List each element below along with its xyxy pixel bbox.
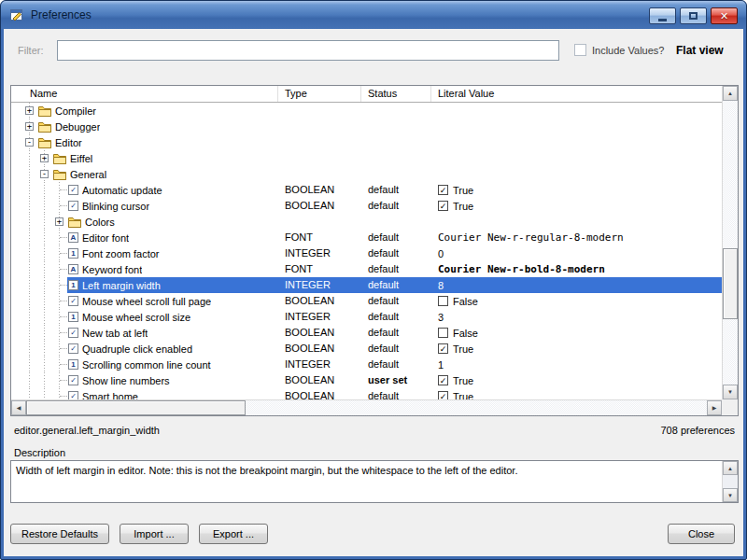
type-cell bbox=[278, 214, 361, 230]
type-cell bbox=[278, 103, 361, 119]
value-text: True bbox=[453, 201, 473, 212]
value-cell: False bbox=[431, 293, 722, 309]
value-checkbox-checked[interactable]: ✓ bbox=[438, 201, 448, 211]
collapse-icon[interactable]: - bbox=[25, 138, 34, 147]
table-row[interactable]: ✓New tab at leftBOOLEANdefaultFalse bbox=[11, 325, 722, 341]
status-cell: default bbox=[361, 198, 431, 214]
status-cell: default bbox=[361, 182, 431, 198]
tree-connector bbox=[52, 182, 67, 198]
integer-pref-icon: 1 bbox=[68, 248, 78, 259]
table-row[interactable]: 1Scrolling common line countINTEGERdefau… bbox=[11, 357, 722, 372]
horizontal-scrollbar-thumb[interactable] bbox=[26, 400, 246, 415]
value-cell: ✓True bbox=[431, 388, 722, 399]
value-checkbox-unchecked[interactable] bbox=[438, 296, 448, 306]
vertical-scrollbar-track[interactable] bbox=[723, 101, 738, 385]
tree-connector: + bbox=[52, 214, 67, 230]
titlebar[interactable]: Preferences ✕ bbox=[1, 1, 746, 29]
type-cell: INTEGER bbox=[278, 357, 361, 372]
value-text: True bbox=[453, 185, 473, 196]
close-dialog-button[interactable]: Close bbox=[668, 524, 735, 544]
column-header-name[interactable]: Name bbox=[11, 86, 278, 102]
horizontal-scrollbar[interactable]: ◀ ▶ bbox=[11, 399, 722, 415]
folder-icon bbox=[38, 137, 51, 148]
name-cell: +Eiffel bbox=[11, 150, 278, 166]
name-cell: AKeyword font bbox=[11, 261, 278, 277]
table-row[interactable]: ✓Automatic updateBOOLEANdefault✓True bbox=[11, 182, 722, 198]
vertical-scrollbar-thumb[interactable] bbox=[723, 248, 738, 319]
row-label: Debugger bbox=[55, 121, 100, 133]
row-content: General bbox=[52, 166, 278, 182]
table-row[interactable]: +Compiler bbox=[11, 103, 722, 119]
status-cell: default bbox=[361, 293, 431, 309]
description-scroll-down-button[interactable]: ▼ bbox=[723, 488, 738, 502]
status-cell: default bbox=[361, 341, 431, 357]
status-cell: default bbox=[361, 230, 431, 245]
table-row[interactable]: ✓Mouse wheel scroll full pageBOOLEANdefa… bbox=[11, 293, 722, 309]
include-values-checkbox[interactable] bbox=[574, 44, 586, 56]
table-row[interactable]: ✓Show line numbersBOOLEANuser set✓True bbox=[11, 372, 722, 388]
integer-pref-icon: 1 bbox=[68, 280, 78, 290]
export-button[interactable]: Export ... bbox=[199, 524, 268, 544]
column-header-status[interactable]: Status bbox=[361, 86, 431, 102]
table-row[interactable]: 1Font zoom factorINTEGERdefault0 bbox=[11, 245, 722, 261]
table-row[interactable]: AKeyword fontFONTdefaultCourier New-r-bo… bbox=[11, 261, 722, 277]
table-row[interactable]: ✓Smart homeBOOLEANdefault✓True bbox=[11, 388, 722, 399]
table-row[interactable]: ✓Quadruple click enabledBOOLEANdefault✓T… bbox=[11, 341, 722, 357]
row-content: ✓Show line numbers bbox=[67, 372, 278, 388]
vertical-scrollbar[interactable]: ▲ ▼ bbox=[722, 86, 738, 399]
row-label: Compiler bbox=[55, 105, 96, 117]
row-label: Font zoom factor bbox=[82, 248, 160, 259]
font-pref-icon: A bbox=[68, 232, 78, 243]
table-row[interactable]: +Debugger bbox=[11, 119, 722, 134]
maximize-button[interactable] bbox=[680, 7, 707, 24]
tree-connector: - bbox=[37, 166, 52, 182]
table-header: Name Type Status Literal Value bbox=[11, 86, 722, 103]
table-row[interactable]: -Editor bbox=[11, 134, 722, 150]
table-row[interactable]: +Eiffel bbox=[11, 150, 722, 166]
table-row[interactable]: AEditor fontFONTdefaultCourier New-r-reg… bbox=[11, 230, 722, 245]
row-content: ✓New tab at left bbox=[67, 325, 278, 341]
value-checkbox-checked[interactable]: ✓ bbox=[438, 375, 448, 385]
expand-icon[interactable]: + bbox=[55, 217, 63, 226]
tree-guide-line bbox=[22, 293, 37, 309]
name-cell: ✓Quadruple click enabled bbox=[11, 341, 278, 357]
value-checkbox-checked[interactable]: ✓ bbox=[438, 391, 448, 399]
table-row[interactable]: +Colors bbox=[11, 214, 722, 230]
column-header-type[interactable]: Type bbox=[278, 86, 361, 102]
row-label: Show line numbers bbox=[82, 375, 170, 386]
table-row[interactable]: ✓Blinking cursorBOOLEANdefault✓True bbox=[11, 198, 722, 214]
expand-icon[interactable]: + bbox=[40, 154, 49, 162]
close-button[interactable]: ✕ bbox=[711, 7, 738, 24]
filter-input[interactable] bbox=[57, 40, 559, 61]
value-checkbox-unchecked[interactable] bbox=[438, 328, 448, 338]
tree-guide-line bbox=[22, 198, 37, 214]
minimize-button[interactable] bbox=[649, 7, 676, 24]
table-row[interactable]: -General bbox=[11, 166, 722, 182]
tree-connector bbox=[52, 245, 67, 261]
value-text: 8 bbox=[438, 280, 444, 291]
scroll-down-button[interactable]: ▼ bbox=[723, 385, 738, 399]
description-scrollbar[interactable]: ▲ ▼ bbox=[722, 461, 738, 502]
description-scroll-up-button[interactable]: ▲ bbox=[723, 461, 738, 475]
flat-view-toggle[interactable]: Flat view bbox=[676, 44, 724, 57]
scroll-up-button[interactable]: ▲ bbox=[723, 86, 738, 101]
value-text: Courier New-r-regular-8-modern bbox=[438, 231, 624, 244]
value-checkbox-checked[interactable]: ✓ bbox=[438, 343, 448, 354]
scroll-right-button[interactable]: ▶ bbox=[707, 400, 722, 415]
table-row[interactable]: 1Left margin widthINTEGERdefault8 bbox=[11, 277, 722, 293]
horizontal-scrollbar-track[interactable] bbox=[26, 400, 707, 415]
expand-icon[interactable]: + bbox=[25, 106, 34, 115]
value-checkbox-checked[interactable]: ✓ bbox=[438, 185, 448, 195]
row-label: New tab at left bbox=[82, 328, 148, 339]
column-header-literal-value[interactable]: Literal Value bbox=[431, 86, 722, 102]
description-text: Width of left margin in editor. Note: th… bbox=[16, 464, 715, 477]
tree-connector bbox=[52, 357, 67, 372]
scroll-left-button[interactable]: ◀ bbox=[11, 400, 26, 415]
restore-defaults-button[interactable]: Restore Defaults bbox=[10, 524, 109, 544]
table-row[interactable]: 1Mouse wheel scroll sizeINTEGERdefault3 bbox=[11, 309, 722, 325]
collapse-icon[interactable]: - bbox=[40, 170, 49, 178]
value-cell bbox=[431, 103, 722, 119]
import-button[interactable]: Import ... bbox=[120, 524, 189, 544]
expand-icon[interactable]: + bbox=[25, 122, 34, 131]
value-cell bbox=[431, 150, 722, 166]
